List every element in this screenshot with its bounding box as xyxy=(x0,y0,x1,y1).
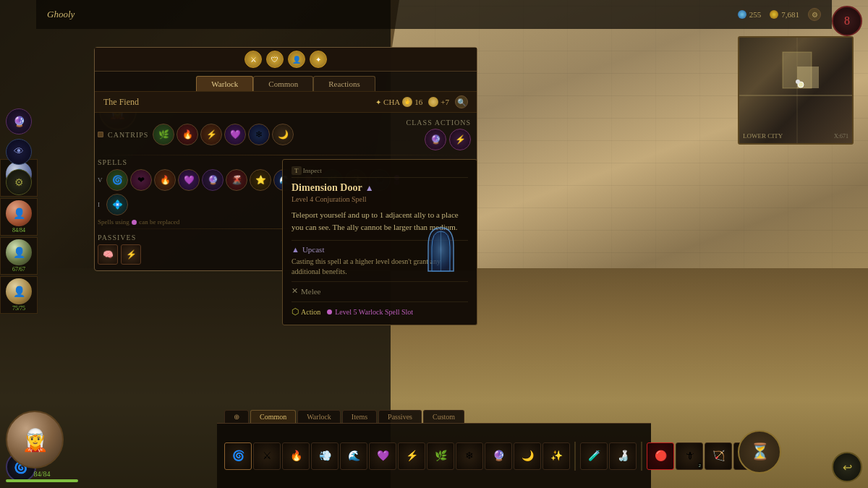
spell-type: Level 4 Conjuration Spell xyxy=(292,195,468,203)
hp-2: 84/84 xyxy=(12,227,25,234)
stat-cha: ✦ CHA 🖐 16 xyxy=(375,97,422,107)
inspect-bar: T Inspect xyxy=(292,167,468,178)
action-slot-10[interactable]: 🔮 xyxy=(485,442,512,470)
class-action-1[interactable]: 🔮 xyxy=(425,129,446,150)
class-actions-row: 🔮 ⚡ xyxy=(425,129,471,150)
action-tabs: ⊕ Common Warlock Items Passives Custom xyxy=(224,410,644,423)
action-slot-11[interactable]: 🌙 xyxy=(514,442,541,470)
action-slot-17[interactable]: 🏹 xyxy=(705,442,732,470)
action-bar-divider-2 xyxy=(641,442,642,471)
action-slot-16[interactable]: 🗡 2 xyxy=(676,442,703,470)
cantrip-3[interactable]: ⚡ xyxy=(200,124,222,145)
action-tab-custom[interactable]: Custom xyxy=(423,410,464,423)
subheader-stats: ✦ CHA 🖐 16 ⚙ +7 🔍 xyxy=(375,95,468,108)
spell-slot-badge: Level 5 Warlock Spell Slot xyxy=(326,308,413,316)
settings-button[interactable]: ⚙ xyxy=(808,8,821,21)
action-slot-14[interactable]: 🍶 xyxy=(609,442,637,470)
spell-i-1[interactable]: 💠 xyxy=(106,194,128,215)
spell-v-5[interactable]: 🔮 xyxy=(202,169,224,191)
action-slot-12[interactable]: ✨ xyxy=(542,442,570,470)
action-slot-15-selected[interactable]: 🔴 xyxy=(647,442,674,470)
passive-1[interactable]: 🧠 xyxy=(98,244,118,265)
melee-label: Melee xyxy=(301,287,320,296)
gold-value: 7,681 xyxy=(781,10,799,19)
cantrip-5[interactable]: ❄ xyxy=(248,124,270,145)
hp-3: 67/67 xyxy=(12,266,25,273)
class-actions-container: Class Actions 🔮 ⚡ xyxy=(407,119,471,150)
action-slot-5[interactable]: 🌊 xyxy=(340,442,367,470)
action-tab-icon[interactable]: ⊕ xyxy=(224,410,249,423)
passive-2[interactable]: ⚡ xyxy=(121,244,141,265)
minimap-roads xyxy=(739,38,854,145)
header-icon-person[interactable]: 👤 xyxy=(288,51,305,68)
action-slot-6[interactable]: 💜 xyxy=(369,442,396,470)
slot-dot-footer xyxy=(327,309,332,314)
inspect-label: Inspect xyxy=(303,167,322,174)
left-icon-2[interactable]: 👁 xyxy=(6,139,32,165)
spell-v-1[interactable]: 🌀 xyxy=(106,169,128,191)
action-slot-4[interactable]: 💨 xyxy=(311,442,339,470)
action-tab-items[interactable]: Items xyxy=(342,410,377,423)
hourglass-button[interactable]: ⏳ xyxy=(738,430,781,474)
left-icon-1[interactable]: 🔮 xyxy=(6,108,32,134)
upcast-indicator: ▲ xyxy=(365,183,374,194)
resources-bar: 255 7,681 ⚙ xyxy=(738,8,821,21)
portrait-4[interactable]: 👤 75/75 xyxy=(0,276,38,314)
spell-name: Dimension Door ▲ xyxy=(292,182,468,194)
action-slot-8[interactable]: 🌿 xyxy=(427,442,454,470)
tooltip-footer: ⬡ Action Level 5 Warlock Spell Slot xyxy=(292,301,468,317)
action-slot-2[interactable]: ⚔ xyxy=(253,442,281,470)
header-icon-shield[interactable]: 🛡 xyxy=(266,51,284,68)
portrait-2[interactable]: 👤 84/84 xyxy=(0,198,38,236)
action-slot-1[interactable]: 🌀 xyxy=(224,442,252,470)
bonus-icon: ⚙ xyxy=(428,97,438,107)
cantrip-4[interactable]: 💜 xyxy=(224,124,246,145)
action-slot-7[interactable]: ⚡ xyxy=(398,442,425,470)
action-tab-warlock[interactable]: Warlock xyxy=(297,410,341,423)
spell-v-4[interactable]: 💜 xyxy=(178,169,200,191)
spell-v-6[interactable]: 🌋 xyxy=(226,169,247,191)
cantrips-label: Cantrips xyxy=(108,131,148,139)
cantrip-slot-box xyxy=(98,132,103,137)
corner-orb-top-right[interactable]: 8 xyxy=(832,6,862,36)
bottom-left-portrait: 🧝 84/84 xyxy=(6,411,78,482)
action-slot-13[interactable]: 🧪 xyxy=(580,442,608,470)
spell-tooltip: T Inspect Dimension Door ▲ Level 4 Conju… xyxy=(282,159,477,325)
portrait-face-4: 👤 xyxy=(6,278,32,304)
cha-value: 16 xyxy=(414,98,422,106)
resource-spell-points: 255 xyxy=(738,10,762,19)
minimap: LOWER CITY X:671 xyxy=(738,36,854,145)
cantrips-row: 🌿 🔥 ⚡ 💜 ❄ 🌙 xyxy=(153,124,294,145)
cantrip-6[interactable]: 🌙 xyxy=(272,124,294,145)
spell-v-7[interactable]: ⭐ xyxy=(250,169,271,191)
spell-level-i: I xyxy=(98,201,103,208)
portrait-3[interactable]: 👤 67/67 xyxy=(0,237,38,275)
minimap-coords: X:671 xyxy=(834,133,848,140)
spell-v-2[interactable]: ❤ xyxy=(130,169,152,191)
corner-orb-bottom-right-2[interactable]: ↩ xyxy=(832,452,862,482)
header-icon-star[interactable]: ✦ xyxy=(310,51,327,68)
cantrip-1[interactable]: 🌿 xyxy=(153,124,174,145)
action-slot-9[interactable]: ❄ xyxy=(456,442,483,470)
action-tab-passives[interactable]: Passives xyxy=(378,410,422,423)
bonus-value: +7 xyxy=(441,98,449,106)
tab-common[interactable]: Common xyxy=(253,76,313,91)
spell-subheader: The Fiend ✦ CHA 🖐 16 ⚙ +7 🔍 xyxy=(95,91,477,113)
tooltip-main: Dimension Door ▲ Level 4 Conjuration Spe… xyxy=(292,182,468,233)
spells-i-row: 💠 xyxy=(106,194,128,215)
action-tab-common[interactable]: Common xyxy=(250,410,296,423)
cantrips-section: Cantrips 🌿 🔥 ⚡ 💜 ❄ 🌙 Class Actions 🔮 ⚡ xyxy=(98,119,471,150)
cantrip-2[interactable]: 🔥 xyxy=(176,124,198,145)
hp-4: 75/75 xyxy=(12,305,25,312)
spell-v-3[interactable]: 🔥 xyxy=(154,169,176,191)
class-action-2[interactable]: ⚡ xyxy=(449,129,471,150)
main-portrait-circle[interactable]: 🧝 xyxy=(6,411,64,468)
action-slot-3[interactable]: 🔥 xyxy=(282,442,310,470)
left-icon-3[interactable]: ⚙ xyxy=(6,169,32,195)
header-icon-sword[interactable]: ⚔ xyxy=(244,51,262,68)
class-actions-label: Class Actions xyxy=(407,119,471,127)
tab-warlock[interactable]: Warlock xyxy=(196,76,253,91)
action-bar: 🌀 ⚔ 🔥 💨 🌊 💜 ⚡ 🌿 ❄ 🔮 🌙 ✨ 🧪 🍶 🔴 🗡 2 🏹 🔑 xyxy=(217,423,651,488)
tab-reactions[interactable]: Reactions xyxy=(313,76,375,91)
search-button[interactable]: 🔍 xyxy=(455,95,468,108)
